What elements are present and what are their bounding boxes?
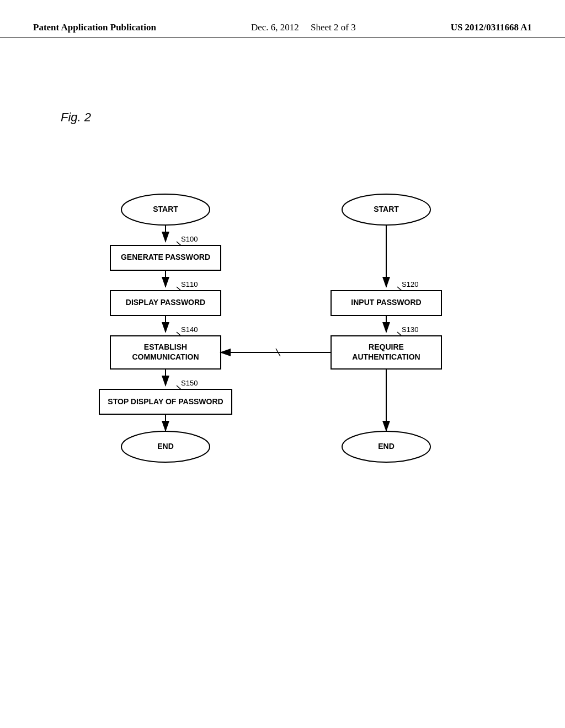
s130-tick: [397, 332, 402, 336]
header-publication-type: Patent Application Publication: [33, 22, 156, 33]
s110-step-label: S110: [181, 280, 198, 288]
display-password-text: DISPLAY PASSWORD: [126, 298, 205, 307]
establish-communication-text2: COMMUNICATION: [132, 352, 199, 361]
s100-step-label: S100: [181, 235, 198, 243]
page-header: Patent Application Publication Dec. 6, 2…: [0, 0, 565, 38]
stop-display-text: STOP DISPLAY OF PASSWORD: [108, 397, 223, 406]
left-end-label: END: [157, 442, 174, 451]
header-patent-number: US 2012/0311668 A1: [451, 22, 532, 33]
s150-tick: [177, 386, 181, 389]
input-password-text: INPUT PASSWORD: [351, 298, 421, 307]
right-end-label: END: [378, 442, 395, 451]
s140-step-label: S140: [181, 325, 198, 334]
s150-step-label: S150: [181, 379, 198, 387]
right-start-label: START: [374, 205, 399, 213]
left-start-label: START: [153, 205, 178, 213]
flowchart-diagram: START S100 GENERATE PASSWORD S110 DISPLA…: [44, 182, 524, 579]
establish-communication-text1: ESTABLISH: [144, 342, 187, 351]
s120-tick: [397, 287, 402, 291]
s130-step-label: S130: [402, 325, 418, 334]
require-authentication-text2: AUTHENTICATION: [352, 352, 420, 361]
header-date-sheet: Dec. 6, 2012 Sheet 2 of 3: [251, 22, 356, 33]
s110-tick: [177, 287, 181, 291]
s120-step-label: S120: [402, 280, 418, 288]
s100-tick: [177, 242, 181, 245]
require-authentication-text1: REQUIRE: [369, 342, 404, 351]
figure-label: Fig. 2: [61, 110, 91, 125]
s140-tick: [177, 332, 181, 336]
generate-password-text: GENERATE PASSWORD: [121, 253, 210, 261]
